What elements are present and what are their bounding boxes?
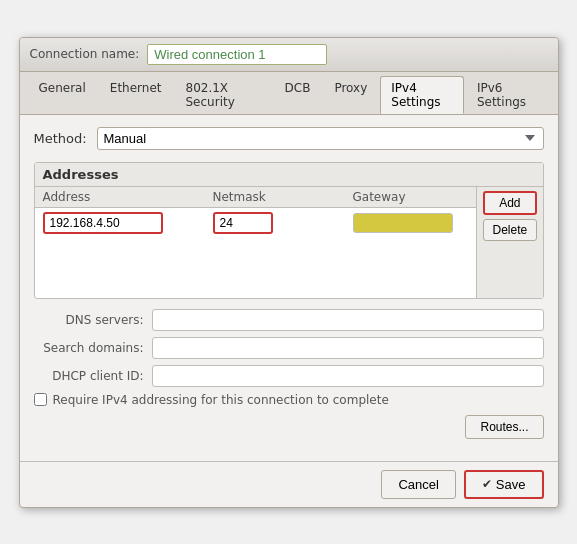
- dns-label: DNS servers:: [34, 313, 144, 327]
- connection-name-label: Connection name:: [30, 47, 140, 61]
- address-row-1: [35, 208, 477, 238]
- netmask-input[interactable]: [213, 212, 273, 234]
- search-domains-row: Search domains:: [34, 337, 544, 359]
- col-header-gateway: Gateway: [353, 190, 469, 204]
- delete-button[interactable]: Delete: [483, 219, 536, 241]
- save-label: Save: [496, 477, 526, 492]
- gateway-input[interactable]: [353, 213, 453, 233]
- save-checkmark: ✔: [482, 477, 492, 491]
- dns-row: DNS servers:: [34, 309, 544, 331]
- dhcp-row: DHCP client ID:: [34, 365, 544, 387]
- method-label: Method:: [34, 131, 89, 146]
- checkbox-label: Require IPv4 addressing for this connect…: [53, 393, 389, 407]
- column-headers: Address Netmask Gateway: [35, 187, 477, 208]
- dhcp-label: DHCP client ID:: [34, 369, 144, 383]
- tab-general[interactable]: General: [28, 76, 97, 114]
- addresses-main: Address Netmask Gateway: [35, 187, 477, 298]
- netmask-cell: [213, 212, 353, 234]
- addresses-header: Addresses: [35, 163, 543, 187]
- tab-ipv6[interactable]: IPv6 Settings: [466, 76, 550, 114]
- tab-dcb[interactable]: DCB: [274, 76, 322, 114]
- search-label: Search domains:: [34, 341, 144, 355]
- tab-ethernet[interactable]: Ethernet: [99, 76, 173, 114]
- connection-name-input[interactable]: [147, 44, 327, 65]
- addresses-empty-space: [35, 238, 477, 298]
- routes-row: Routes...: [34, 415, 544, 439]
- tab-ipv4[interactable]: IPv4 Settings: [380, 76, 464, 114]
- checkbox-row: Require IPv4 addressing for this connect…: [34, 393, 544, 407]
- dhcp-input[interactable]: [152, 365, 544, 387]
- address-cell: [43, 212, 213, 234]
- gateway-cell: [353, 213, 469, 233]
- dns-input[interactable]: [152, 309, 544, 331]
- tab-proxy[interactable]: Proxy: [323, 76, 378, 114]
- address-input[interactable]: [43, 212, 163, 234]
- tab-security[interactable]: 802.1X Security: [175, 76, 272, 114]
- method-row: Method: Manual: [34, 127, 544, 150]
- routes-button[interactable]: Routes...: [465, 415, 543, 439]
- add-delete-panel: Add Delete: [476, 187, 542, 298]
- require-ipv4-checkbox[interactable]: [34, 393, 47, 406]
- addresses-section: Addresses Address Netmask Gateway: [34, 162, 544, 299]
- search-input[interactable]: [152, 337, 544, 359]
- save-button[interactable]: ✔ Save: [464, 470, 544, 499]
- cancel-button[interactable]: Cancel: [381, 470, 455, 499]
- title-bar: Connection name:: [20, 38, 558, 72]
- method-select[interactable]: Manual: [97, 127, 544, 150]
- dialog-footer: Cancel ✔ Save: [20, 461, 558, 507]
- add-button[interactable]: Add: [483, 191, 536, 215]
- content-area: Method: Manual Addresses Address Netmask…: [20, 115, 558, 461]
- tabs-bar: General Ethernet 802.1X Security DCB Pro…: [20, 72, 558, 115]
- network-dialog: Connection name: General Ethernet 802.1X…: [19, 37, 559, 508]
- col-header-netmask: Netmask: [213, 190, 353, 204]
- col-header-address: Address: [43, 190, 213, 204]
- addresses-table: Address Netmask Gateway: [35, 187, 543, 298]
